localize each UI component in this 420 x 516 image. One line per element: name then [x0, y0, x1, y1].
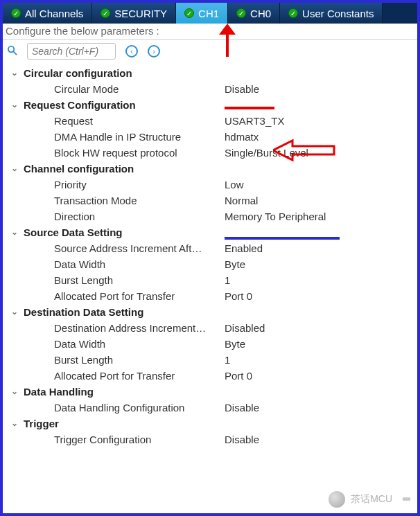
tab-label: All Channels	[25, 8, 83, 19]
prev-match-button[interactable]: ‹	[125, 45, 138, 57]
param-value[interactable]: Disable	[225, 402, 259, 413]
chevron-down-icon: ⌄	[11, 418, 19, 428]
param-row[interactable]: Circular ModeDisable	[3, 81, 417, 97]
param-row[interactable]: RequestUSART3_TX	[3, 113, 417, 129]
param-label: Priority	[3, 179, 225, 190]
param-value[interactable]: Disabled	[225, 322, 265, 334]
next-match-button[interactable]: ›	[148, 45, 160, 57]
param-row[interactable]: DMA Handle in IP Structurehdmatx	[3, 129, 417, 145]
search-input[interactable]	[27, 43, 116, 60]
group-title: Request Configuration	[24, 99, 136, 111]
group-title: Channel configuration	[24, 163, 134, 175]
check-icon: ✓	[184, 8, 194, 18]
param-value[interactable]: 1	[225, 274, 230, 286]
tab-ch1[interactable]: ✓ CH1	[176, 3, 228, 24]
search-bar: ‹ ›	[3, 40, 417, 62]
chevron-down-icon: ⌄	[11, 386, 19, 396]
chevron-down-icon: ⌄	[11, 307, 19, 317]
chevron-down-icon: ⌄	[11, 68, 19, 78]
tab-label: CH1	[198, 8, 219, 19]
tab-label: CH0	[250, 8, 271, 19]
check-icon: ✓	[236, 8, 246, 18]
param-value[interactable]: Single/Burst Level	[225, 147, 308, 159]
group-header[interactable]: ⌄Source Data Setting	[3, 224, 417, 240]
param-value[interactable]: Memory To Peripheral	[225, 211, 326, 222]
param-label: Transaction Mode	[3, 195, 225, 206]
param-value[interactable]: USART3_TX	[225, 115, 284, 127]
group-header[interactable]: ⌄Trigger	[3, 416, 417, 432]
param-value[interactable]: Port 0	[225, 290, 252, 302]
param-value[interactable]: Byte	[225, 338, 245, 350]
param-value[interactable]: 1	[225, 354, 230, 366]
group-title: Data Handling	[24, 386, 94, 398]
param-label: Block HW request protocol	[3, 147, 225, 159]
param-value[interactable]: Byte	[225, 258, 245, 270]
param-value[interactable]: Low	[225, 179, 244, 190]
param-label: Data Handling Configuration	[3, 402, 225, 413]
param-row[interactable]: Burst Length1	[3, 352, 417, 368]
group-header[interactable]: ⌄Data Handling	[3, 384, 417, 400]
param-row[interactable]: Data Handling ConfigurationDisable	[3, 400, 417, 416]
group-title: Circular configuration	[24, 67, 132, 79]
parameter-tree: ⌄Circular configurationCircular ModeDisa…	[3, 62, 417, 447]
group-header[interactable]: ⌄Circular configuration	[3, 65, 417, 81]
param-label: Allocated Port for Transfer	[3, 290, 225, 302]
param-row[interactable]: Burst Length1	[3, 272, 417, 288]
param-row[interactable]: Block HW request protocolSingle/Burst Le…	[3, 145, 417, 161]
param-label: Burst Length	[3, 354, 225, 366]
chevron-down-icon: ⌄	[11, 100, 19, 109]
watermark: 茶话MCU •••	[329, 491, 409, 508]
param-value[interactable]: Disable	[225, 83, 259, 95]
param-label: Data Width	[3, 258, 225, 270]
instruction-text: Configure the below parameters :	[3, 24, 417, 40]
svg-line-1	[13, 51, 17, 55]
group-header[interactable]: ⌄Destination Data Setting	[3, 304, 417, 320]
tab-bar: ✓ All Channels ✓ SECURITY ✓ CH1 ✓ CH0 ✓ …	[3, 3, 417, 24]
param-label: Allocated Port for Transfer	[3, 370, 225, 382]
param-value[interactable]: Enabled	[225, 242, 263, 254]
param-row[interactable]: Transaction ModeNormal	[3, 193, 417, 208]
tab-all-channels[interactable]: ✓ All Channels	[3, 3, 92, 24]
watermark-logo-icon	[329, 491, 345, 508]
param-label: Source Address Increment Aft…	[3, 242, 225, 254]
check-icon: ✓	[11, 8, 21, 18]
tab-ch0[interactable]: ✓ CH0	[228, 3, 280, 24]
param-row[interactable]: Allocated Port for TransferPort 0	[3, 368, 417, 384]
param-label: Destination Address Increment…	[3, 322, 225, 334]
check-icon: ✓	[288, 8, 298, 18]
tab-label: SECURITY	[114, 8, 167, 19]
tab-label: User Constants	[302, 8, 374, 19]
param-label: DMA Handle in IP Structure	[3, 131, 225, 143]
param-label: Trigger Configuration	[3, 434, 225, 445]
check-icon: ✓	[100, 8, 110, 18]
param-row[interactable]: Data WidthByte	[3, 256, 417, 272]
search-icon	[7, 45, 17, 58]
group-header[interactable]: ⌄Channel configuration	[3, 161, 417, 177]
param-value[interactable]: Disable	[225, 434, 259, 445]
tab-user-constants[interactable]: ✓ User Constants	[280, 3, 383, 24]
group-title: Destination Data Setting	[24, 306, 143, 318]
tab-security[interactable]: ✓ SECURITY	[92, 3, 176, 24]
chevron-down-icon: ⌄	[11, 227, 19, 237]
group-title: Source Data Setting	[24, 226, 123, 238]
param-row[interactable]: Allocated Port for TransferPort 0	[3, 288, 417, 304]
param-row[interactable]: Trigger ConfigurationDisable	[3, 432, 417, 447]
param-label: Request	[3, 115, 225, 127]
param-label: Burst Length	[3, 274, 225, 286]
param-row[interactable]: Source Address Increment Aft…Enabled	[3, 240, 417, 256]
param-value[interactable]: Port 0	[225, 370, 252, 382]
param-row[interactable]: DirectionMemory To Peripheral	[3, 208, 417, 224]
ellipsis-icon: •••	[402, 492, 409, 507]
watermark-text: 茶话MCU	[351, 493, 392, 506]
param-label: Data Width	[3, 338, 225, 350]
param-label: Circular Mode	[3, 83, 225, 95]
group-title: Trigger	[24, 418, 59, 429]
param-row[interactable]: Data WidthByte	[3, 336, 417, 352]
param-value[interactable]: Normal	[225, 195, 258, 206]
group-header[interactable]: ⌄Request Configuration	[3, 97, 417, 113]
param-value[interactable]: hdmatx	[225, 131, 259, 143]
param-row[interactable]: PriorityLow	[3, 177, 417, 193]
svg-point-0	[8, 46, 14, 51]
chevron-down-icon: ⌄	[11, 163, 19, 173]
param-row[interactable]: Destination Address Increment…Disabled	[3, 320, 417, 336]
